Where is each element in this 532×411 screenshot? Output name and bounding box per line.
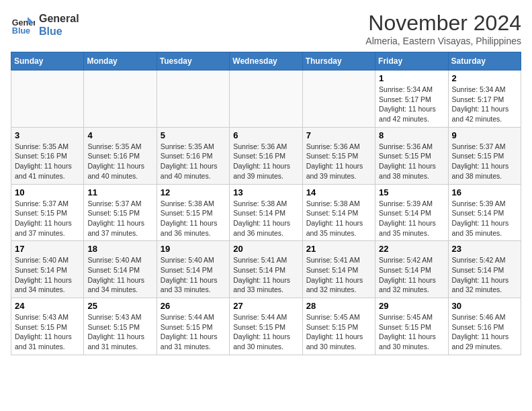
day-cell: 17Sunrise: 5:40 AMSunset: 5:14 PMDayligh…: [11, 241, 84, 298]
day-number: 6: [233, 130, 298, 140]
day-info: Sunrise: 5:44 AMSunset: 5:15 PMDaylight:…: [233, 312, 298, 352]
day-cell: 28Sunrise: 5:45 AMSunset: 5:15 PMDayligh…: [302, 298, 375, 355]
day-info: Sunrise: 5:46 AMSunset: 5:16 PMDaylight:…: [452, 312, 517, 352]
week-row-1: 1Sunrise: 5:34 AMSunset: 5:17 PMDaylight…: [11, 71, 521, 128]
day-number: 16: [452, 187, 517, 197]
calendar-header: SundayMondayTuesdayWednesdayThursdayFrid…: [11, 52, 521, 71]
day-number: 3: [15, 130, 80, 140]
day-number: 18: [87, 244, 152, 254]
day-info: Sunrise: 5:38 AMSunset: 5:14 PMDaylight:…: [233, 199, 298, 238]
day-number: 10: [15, 187, 80, 197]
day-info: Sunrise: 5:40 AMSunset: 5:14 PMDaylight:…: [15, 255, 80, 295]
logo: General Blue General Blue: [11, 11, 79, 38]
day-info: Sunrise: 5:36 AMSunset: 5:15 PMDaylight:…: [306, 142, 371, 181]
day-number: 26: [161, 301, 226, 311]
day-info: Sunrise: 5:45 AMSunset: 5:15 PMDaylight:…: [379, 312, 444, 352]
day-cell: 21Sunrise: 5:41 AMSunset: 5:14 PMDayligh…: [302, 241, 375, 298]
day-cell: 23Sunrise: 5:42 AMSunset: 5:14 PMDayligh…: [448, 241, 521, 298]
day-info: Sunrise: 5:35 AMSunset: 5:16 PMDaylight:…: [161, 142, 226, 181]
header-day-saturday: Saturday: [448, 52, 521, 71]
day-number: 27: [233, 301, 298, 311]
calendar-table: SundayMondayTuesdayWednesdayThursdayFrid…: [11, 52, 521, 355]
day-info: Sunrise: 5:42 AMSunset: 5:14 PMDaylight:…: [379, 255, 444, 295]
header-day-wednesday: Wednesday: [230, 52, 302, 71]
day-info: Sunrise: 5:38 AMSunset: 5:14 PMDaylight:…: [306, 199, 371, 238]
logo-blue: Blue: [39, 25, 79, 38]
day-info: Sunrise: 5:45 AMSunset: 5:15 PMDaylight:…: [306, 312, 371, 352]
day-cell: 7Sunrise: 5:36 AMSunset: 5:15 PMDaylight…: [302, 127, 375, 184]
day-cell: 4Sunrise: 5:35 AMSunset: 5:16 PMDaylight…: [84, 127, 157, 184]
title-block: November 2024 Almeria, Eastern Visayas, …: [365, 11, 521, 46]
day-info: Sunrise: 5:38 AMSunset: 5:15 PMDaylight:…: [161, 199, 226, 238]
day-cell: 11Sunrise: 5:37 AMSunset: 5:15 PMDayligh…: [84, 184, 157, 241]
day-cell: 16Sunrise: 5:39 AMSunset: 5:14 PMDayligh…: [448, 184, 521, 241]
header-day-monday: Monday: [84, 52, 157, 71]
day-info: Sunrise: 5:37 AMSunset: 5:15 PMDaylight:…: [15, 199, 80, 238]
day-cell: 10Sunrise: 5:37 AMSunset: 5:15 PMDayligh…: [11, 184, 84, 241]
header-day-sunday: Sunday: [11, 52, 84, 71]
day-number: 15: [379, 187, 444, 197]
day-number: 21: [306, 244, 371, 254]
day-number: 29: [379, 301, 444, 311]
header-day-thursday: Thursday: [302, 52, 375, 71]
day-cell: 24Sunrise: 5:43 AMSunset: 5:15 PMDayligh…: [11, 298, 84, 355]
day-number: 12: [161, 187, 226, 197]
week-row-4: 17Sunrise: 5:40 AMSunset: 5:14 PMDayligh…: [11, 241, 521, 298]
day-number: 30: [452, 301, 517, 311]
month-title: November 2024: [365, 11, 521, 36]
svg-text:Blue: Blue: [12, 26, 30, 36]
logo-general: General: [39, 12, 79, 25]
day-info: Sunrise: 5:40 AMSunset: 5:14 PMDaylight:…: [161, 255, 226, 295]
day-info: Sunrise: 5:44 AMSunset: 5:15 PMDaylight:…: [161, 312, 226, 352]
day-cell: 20Sunrise: 5:41 AMSunset: 5:14 PMDayligh…: [230, 241, 302, 298]
day-cell: 2Sunrise: 5:34 AMSunset: 5:17 PMDaylight…: [448, 71, 521, 128]
day-cell: [157, 71, 229, 128]
day-cell: 12Sunrise: 5:38 AMSunset: 5:15 PMDayligh…: [157, 184, 229, 241]
day-number: 13: [233, 187, 298, 197]
day-number: 28: [306, 301, 371, 311]
day-cell: [230, 71, 302, 128]
day-cell: 22Sunrise: 5:42 AMSunset: 5:14 PMDayligh…: [375, 241, 448, 298]
day-cell: 6Sunrise: 5:36 AMSunset: 5:16 PMDaylight…: [230, 127, 302, 184]
day-number: 4: [87, 130, 152, 140]
day-cell: 29Sunrise: 5:45 AMSunset: 5:15 PMDayligh…: [375, 298, 448, 355]
day-info: Sunrise: 5:43 AMSunset: 5:15 PMDaylight:…: [15, 312, 80, 352]
day-cell: 25Sunrise: 5:43 AMSunset: 5:15 PMDayligh…: [84, 298, 157, 355]
day-number: 1: [379, 73, 444, 83]
day-number: 14: [306, 187, 371, 197]
week-row-5: 24Sunrise: 5:43 AMSunset: 5:15 PMDayligh…: [11, 298, 521, 355]
day-cell: 19Sunrise: 5:40 AMSunset: 5:14 PMDayligh…: [157, 241, 229, 298]
day-number: 24: [15, 301, 80, 311]
day-number: 20: [233, 244, 298, 254]
day-number: 25: [87, 301, 152, 311]
day-number: 23: [452, 244, 517, 254]
day-number: 2: [452, 73, 517, 83]
day-cell: 1Sunrise: 5:34 AMSunset: 5:17 PMDaylight…: [375, 71, 448, 128]
day-info: Sunrise: 5:36 AMSunset: 5:15 PMDaylight:…: [379, 142, 444, 181]
day-info: Sunrise: 5:40 AMSunset: 5:14 PMDaylight:…: [87, 255, 152, 295]
location: Almeria, Eastern Visayas, Philippines: [365, 36, 521, 46]
day-cell: 3Sunrise: 5:35 AMSunset: 5:16 PMDaylight…: [11, 127, 84, 184]
day-number: 17: [15, 244, 80, 254]
day-info: Sunrise: 5:35 AMSunset: 5:16 PMDaylight:…: [87, 142, 152, 181]
day-cell: 30Sunrise: 5:46 AMSunset: 5:16 PMDayligh…: [448, 298, 521, 355]
day-info: Sunrise: 5:39 AMSunset: 5:14 PMDaylight:…: [379, 199, 444, 238]
day-info: Sunrise: 5:41 AMSunset: 5:14 PMDaylight:…: [233, 255, 298, 295]
day-cell: [84, 71, 157, 128]
day-cell: 26Sunrise: 5:44 AMSunset: 5:15 PMDayligh…: [157, 298, 229, 355]
day-number: 8: [379, 130, 444, 140]
day-info: Sunrise: 5:42 AMSunset: 5:14 PMDaylight:…: [452, 255, 517, 295]
day-cell: 18Sunrise: 5:40 AMSunset: 5:14 PMDayligh…: [84, 241, 157, 298]
day-cell: [11, 71, 84, 128]
calendar-body: 1Sunrise: 5:34 AMSunset: 5:17 PMDaylight…: [11, 71, 521, 355]
day-info: Sunrise: 5:35 AMSunset: 5:16 PMDaylight:…: [15, 142, 80, 181]
day-number: 7: [306, 130, 371, 140]
day-info: Sunrise: 5:41 AMSunset: 5:14 PMDaylight:…: [306, 255, 371, 295]
day-cell: 15Sunrise: 5:39 AMSunset: 5:14 PMDayligh…: [375, 184, 448, 241]
week-row-3: 10Sunrise: 5:37 AMSunset: 5:15 PMDayligh…: [11, 184, 521, 241]
header-day-tuesday: Tuesday: [157, 52, 229, 71]
day-info: Sunrise: 5:34 AMSunset: 5:17 PMDaylight:…: [452, 85, 517, 124]
day-info: Sunrise: 5:39 AMSunset: 5:14 PMDaylight:…: [452, 199, 517, 238]
day-cell: [302, 71, 375, 128]
day-cell: 13Sunrise: 5:38 AMSunset: 5:14 PMDayligh…: [230, 184, 302, 241]
